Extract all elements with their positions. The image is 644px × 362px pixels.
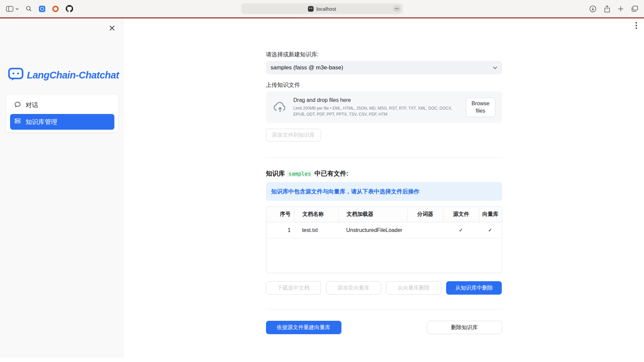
table-row[interactable]: 1 test.txt UnstructuredFileLoader ✓ ✓ — [266, 222, 502, 238]
main-area: 请选择或新建知识库: samples (faiss @ m3e-base) 上传… — [124, 18, 644, 362]
col-header-loader[interactable]: 文档加载器 — [338, 207, 407, 222]
sidebar-menu: 对话 知识库管理 — [6, 94, 119, 133]
cell-splitter — [407, 222, 443, 238]
heading-prefix: 知识库 — [266, 170, 287, 177]
col-header-source[interactable]: 源文件 — [443, 207, 479, 222]
extensions-badge[interactable]: ⋯ — [393, 5, 400, 12]
kb-bottom-buttons: 依据源文件重建向量库 删除知识库 — [266, 321, 502, 334]
cell-source-check: ✓ — [443, 222, 479, 238]
kb-select-value: samples (faiss @ m3e-base) — [271, 64, 343, 71]
info-banner: 知识库中包含源文件与向量库，请从下表中选择文件后操作 — [266, 182, 502, 201]
toolbar-left-group — [6, 0, 73, 17]
delete-from-kb-button[interactable]: 从知识库中删除 — [446, 281, 502, 295]
kb-files-table: 序号 文档名称 文档加载器 分词器 源文件 向量库 1 test.txt Uns… — [266, 206, 502, 273]
divider — [266, 158, 502, 158]
kb-files-heading: 知识库 samples 中已有文件: — [266, 169, 502, 178]
sidebar-item-label: 知识库管理 — [25, 118, 57, 126]
kebab-menu-icon[interactable] — [635, 22, 637, 31]
orange-extension-icon[interactable] — [52, 6, 59, 12]
select-chevron-icon — [493, 64, 497, 71]
browse-files-button[interactable]: Browse files — [466, 98, 495, 117]
tab-overview-icon[interactable] — [631, 6, 638, 12]
cell-vector-check: ✓ — [479, 222, 502, 238]
app-logo: LangChain-Chatchat — [8, 67, 119, 83]
github-icon[interactable] — [66, 5, 73, 12]
info-banner-text: 知识库中包含源文件与向量库，请从下表中选择文件后操作 — [271, 188, 420, 195]
sidebar-item-knowledge-base[interactable]: 知识库管理 — [10, 114, 114, 130]
site-favicon — [308, 6, 314, 12]
cell-loader: UnstructuredFileLoader — [338, 222, 407, 238]
kb-management-panel: 请选择或新建知识库: samples (faiss @ m3e-base) 上传… — [266, 18, 502, 334]
sidebar-item-label: 对话 — [25, 101, 38, 110]
remove-from-vector-button[interactable]: 从向量库删除 — [386, 281, 441, 295]
share-icon[interactable] — [604, 5, 610, 12]
sidebar-footer — [0, 358, 124, 362]
heading-suffix: 中已有文件: — [313, 170, 348, 177]
delete-kb-button[interactable]: 删除知识库 — [427, 321, 502, 334]
chat-bubble-icon — [14, 101, 21, 110]
blue-extension-icon[interactable] — [39, 6, 45, 12]
file-action-buttons: 下载选中文档 添加至向量库 从向量库删除 从知识库中删除 — [266, 281, 502, 295]
app-logo-text: LangChain-Chatchat — [27, 70, 119, 81]
uploader-title: Drag and drop files here — [293, 97, 466, 103]
chat-logo-icon — [8, 67, 23, 83]
kb-name-code: samples — [287, 170, 313, 177]
kb-select[interactable]: samples (faiss @ m3e-base) — [266, 61, 502, 74]
uploader-text: Drag and drop files here Limit 200MB per… — [293, 97, 466, 117]
new-tab-icon[interactable] — [618, 6, 624, 12]
sidebar-close-icon[interactable]: ✕ — [107, 23, 117, 33]
file-uploader-dropzone[interactable]: Drag and drop files here Limit 200MB per… — [266, 92, 502, 123]
search-icon[interactable] — [26, 6, 32, 12]
screen: localhost ⋯ — [0, 0, 644, 362]
uploader-limit-text: Limit 200MB per file • EML, HTML, JSON, … — [293, 105, 463, 117]
sidebar: ✕ LangChain-Chatchat — [0, 18, 124, 362]
sidebar-item-chat[interactable]: 对话 — [10, 97, 114, 113]
table-header-row: 序号 文档名称 文档加载器 分词器 源文件 向量库 — [266, 207, 502, 222]
cell-index: 1 — [266, 222, 294, 238]
download-selected-button[interactable]: 下载选中文档 — [266, 281, 321, 295]
add-files-to-kb-button[interactable]: 添加文件到知识库 — [266, 129, 321, 141]
url-text: localhost — [316, 6, 336, 12]
kb-select-label: 请选择或新建知识库: — [266, 51, 502, 58]
upload-section-label: 上传知识文件 — [266, 81, 502, 89]
rebuild-vector-store-button[interactable]: 依据源文件重建向量库 — [266, 321, 341, 334]
sidebar-toggle-icon[interactable] — [6, 6, 13, 12]
browser-toolbar: localhost ⋯ — [0, 0, 644, 17]
add-to-vector-button[interactable]: 添加至向量库 — [326, 281, 381, 295]
cell-name: test.txt — [294, 222, 338, 238]
divider — [266, 309, 502, 309]
address-bar[interactable]: localhost ⋯ — [241, 3, 403, 14]
cloud-upload-icon — [273, 100, 287, 114]
col-header-splitter[interactable]: 分词器 — [407, 207, 443, 222]
toolbar-right-group — [589, 0, 638, 17]
knowledge-base-icon — [14, 118, 21, 126]
chevron-down-icon[interactable] — [15, 8, 19, 10]
col-header-index[interactable]: 序号 — [266, 207, 294, 222]
col-header-vector[interactable]: 向量库 — [479, 207, 502, 222]
col-header-name[interactable]: 文档名称 — [294, 207, 338, 222]
downloads-icon[interactable] — [589, 5, 596, 12]
